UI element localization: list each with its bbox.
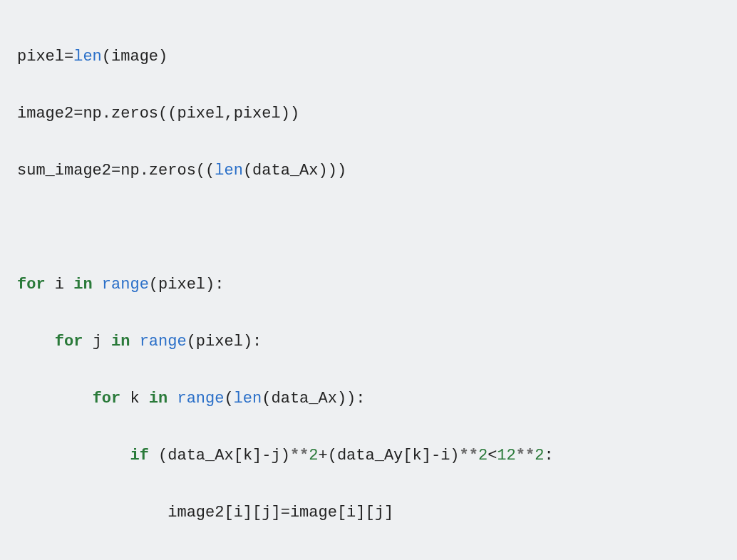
paren: ): [243, 333, 252, 351]
op-eq: =: [64, 48, 73, 66]
bracket: ]: [384, 504, 393, 522]
identifier: data_Ax: [168, 447, 233, 465]
colon: :: [544, 447, 553, 465]
builtin-len: len: [73, 48, 102, 66]
identifier: image: [290, 504, 337, 522]
identifier: k: [243, 447, 252, 465]
op-pow: **: [516, 447, 535, 465]
code-line: for j in range(pixel):: [17, 328, 720, 356]
code-line: image2=np.zeros((pixel,pixel)): [17, 100, 720, 128]
op-plus: +: [319, 447, 328, 465]
op-minus: -: [262, 447, 271, 465]
paren: ): [450, 447, 459, 465]
identifier: image2: [168, 504, 224, 522]
identifier: j: [271, 447, 280, 465]
bracket: [: [366, 504, 375, 522]
identifier: i: [346, 504, 356, 522]
identifier: data_Ay: [337, 447, 403, 465]
identifier: data_Ax: [252, 162, 318, 180]
paren: ): [337, 390, 346, 408]
paren: (: [168, 105, 177, 123]
keyword-in: in: [149, 390, 168, 408]
bracket: ]: [252, 447, 262, 465]
identifier: image2: [17, 105, 73, 123]
code-line: image2[i][j]=image[i][j]: [17, 499, 720, 527]
keyword-for: for: [55, 333, 83, 351]
paren: (: [196, 162, 205, 180]
identifier: pixel: [177, 105, 224, 123]
op-pow: **: [460, 447, 478, 465]
paren: ): [290, 105, 299, 123]
paren: (: [224, 390, 233, 408]
builtin-range: range: [102, 276, 149, 294]
comma: ,: [224, 105, 233, 123]
colon: :: [356, 390, 365, 408]
keyword-for: for: [93, 390, 121, 408]
identifier: sum_image2: [17, 162, 111, 180]
op-pow: **: [290, 447, 309, 465]
paren: (: [243, 162, 252, 180]
code-line: sum_image2=np.zeros((len(data_Ax))): [17, 157, 720, 185]
bracket: [: [337, 504, 346, 522]
paren: ): [205, 276, 215, 294]
op-lt: <: [488, 447, 497, 465]
op-minus: -: [431, 447, 440, 465]
number: 12: [497, 447, 515, 465]
keyword-in: in: [73, 276, 92, 294]
bracket: ]: [243, 504, 252, 522]
op-eq: =: [111, 162, 120, 180]
colon: :: [252, 333, 262, 351]
code-line: sum_image2[k]=sum_image2[k]+image2[i][j]: [17, 556, 720, 560]
keyword-for: for: [17, 276, 46, 294]
number: 2: [309, 447, 318, 465]
identifier: j: [93, 333, 102, 351]
paren: ): [346, 390, 356, 408]
builtin-range: range: [177, 390, 224, 408]
bracket: [: [252, 504, 262, 522]
identifier: j: [375, 504, 384, 522]
bracket: ]: [422, 447, 431, 465]
identifier: pixel: [196, 333, 243, 351]
identifier: pixel: [234, 105, 281, 123]
identifier: i: [55, 276, 64, 294]
code-block: pixel=len(image) image2=np.zeros((pixel,…: [0, 0, 737, 560]
identifier: pixel: [158, 276, 205, 294]
paren: ): [319, 162, 328, 180]
paren: (: [205, 162, 215, 180]
code-line: if (data_Ax[k]-j)**2+(data_Ay[k]-i)**2<1…: [17, 442, 720, 470]
blank-line: [17, 214, 720, 242]
paren: ): [328, 162, 337, 180]
bracket: [: [403, 447, 412, 465]
paren: (: [158, 105, 168, 123]
identifier: i: [234, 504, 243, 522]
identifier: k: [413, 447, 422, 465]
builtin-len: len: [215, 162, 243, 180]
identifier: np.zeros: [120, 162, 196, 180]
colon: :: [215, 276, 224, 294]
bracket: ]: [356, 504, 365, 522]
keyword-in: in: [111, 333, 130, 351]
identifier: k: [130, 390, 139, 408]
builtin-len: len: [234, 390, 262, 408]
paren: ): [281, 105, 290, 123]
paren: (: [262, 390, 271, 408]
identifier: j: [262, 504, 271, 522]
builtin-range: range: [140, 333, 187, 351]
number: 2: [535, 447, 544, 465]
code-line: for k in range(len(data_Ax)):: [17, 385, 720, 413]
identifier: i: [440, 447, 450, 465]
identifier: pixel: [17, 48, 64, 66]
paren: (: [328, 447, 337, 465]
code-line: pixel=len(image): [17, 43, 720, 71]
identifier: data_Ax: [271, 390, 336, 408]
paren: (: [102, 48, 111, 66]
paren: (: [187, 333, 196, 351]
paren: ): [158, 48, 168, 66]
bracket: ]: [271, 504, 280, 522]
identifier: image: [111, 48, 158, 66]
paren: ): [337, 162, 346, 180]
keyword-if: if: [130, 447, 148, 465]
paren: ): [281, 447, 290, 465]
op-eq: =: [281, 504, 290, 522]
identifier: np.zeros: [83, 105, 158, 123]
